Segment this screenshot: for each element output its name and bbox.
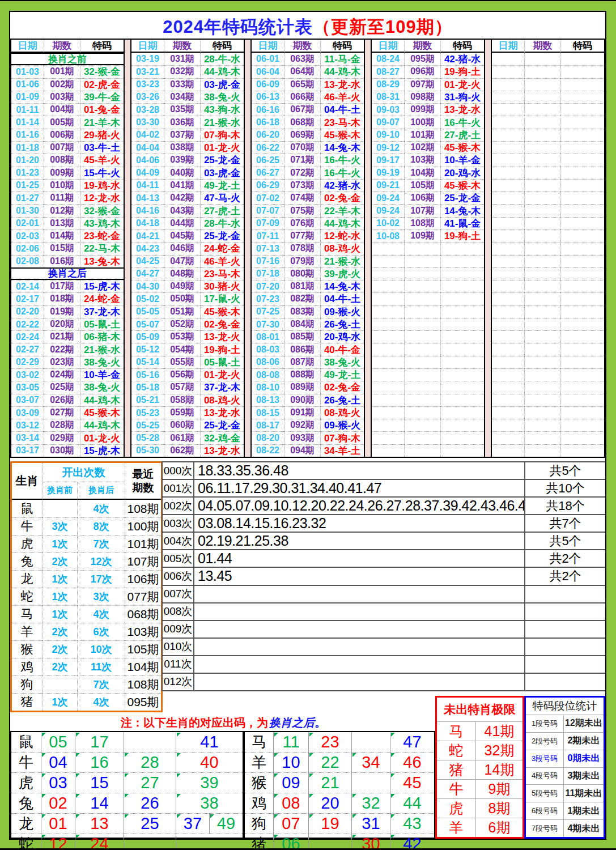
column-separator xyxy=(365,39,371,458)
draw-code: 25-龙-金 xyxy=(200,419,244,431)
draw-period: 005期 xyxy=(44,116,80,128)
note-prefix: 注：以下生肖的对应出码，为 xyxy=(121,715,268,730)
zodiac-number-cell: 02 xyxy=(41,793,75,813)
draw-code xyxy=(560,103,604,116)
draw-code: 38-兔-火 xyxy=(80,356,124,368)
draw-period xyxy=(524,192,560,204)
draw-date: 07-11 xyxy=(252,230,284,242)
draw-period: 063期 xyxy=(284,53,320,65)
draw-period: 095期 xyxy=(404,53,440,65)
draw-date: 08-27 xyxy=(372,65,404,78)
zodiac-number-cell: 42 xyxy=(390,834,434,850)
zodiac-number-cell: 26 xyxy=(124,793,176,813)
stats-count-before: 2次 xyxy=(42,623,77,640)
draw-period: 062期 xyxy=(164,444,200,457)
draw-period: 109期 xyxy=(404,230,440,242)
draw-period: 010期 xyxy=(44,179,80,192)
draw-period: 092期 xyxy=(284,419,320,431)
draw-date xyxy=(492,381,524,393)
zodiac-number-cell: 01 xyxy=(41,813,75,834)
draw-code: 11-马-金 xyxy=(320,53,364,65)
freq-label: 008次 xyxy=(162,604,194,621)
freq-numbers: 06.11.17.29.30.31.34.40.41.47 xyxy=(194,480,524,498)
stats-zodiac: 鸡 xyxy=(12,658,42,675)
draw-date: 08-06 xyxy=(252,356,284,368)
column-separator xyxy=(125,39,130,458)
draw-date: 08-22 xyxy=(252,444,284,457)
draw-code: 22-马-木 xyxy=(80,242,124,254)
draw-code: 04-牛-土 xyxy=(320,292,364,305)
draw-date: 03-17 xyxy=(11,444,44,457)
draw-code: 28-牛-水 xyxy=(200,217,244,230)
segment-label: 3段号码 xyxy=(526,750,563,767)
draw-date: 07-23 xyxy=(252,292,284,305)
draw-code: 21-猴-水 xyxy=(80,343,124,355)
draw-date: 10-08 xyxy=(372,230,404,242)
zodiac-row-label: 牛 xyxy=(11,752,41,772)
draw-period: 042期 xyxy=(164,192,200,204)
zodiac-number-cell: 08 xyxy=(273,793,308,813)
draw-date xyxy=(372,419,404,431)
draw-results-table: 日期期数特码换肖之前01-03001期32-猴-金01-06002期02-虎-金… xyxy=(10,39,605,458)
draw-date xyxy=(372,368,404,381)
draw-code xyxy=(560,167,604,179)
draw-date: 08-31 xyxy=(372,91,404,103)
draw-code: 44-鸡-木 xyxy=(320,65,364,78)
code-header: 特码 xyxy=(80,40,124,53)
zodiac-number-cell: 16 xyxy=(75,752,124,772)
draw-code xyxy=(440,381,484,393)
zodiac-number-cell: 28 xyxy=(124,752,176,772)
freq-total: 共18个 xyxy=(524,498,605,515)
draw-period xyxy=(404,292,440,305)
draw-date xyxy=(492,154,524,166)
freq-total xyxy=(524,656,605,674)
missing-zodiac-periods: 8期 xyxy=(475,798,522,818)
draw-period: 020期 xyxy=(44,318,80,330)
draw-period: 064期 xyxy=(284,65,320,78)
draw-code: 15-虎-木 xyxy=(80,444,124,457)
draw-period: 088期 xyxy=(284,368,320,381)
stats-count-after: 12次 xyxy=(77,552,125,570)
segment-label: 7段号码 xyxy=(526,819,563,837)
stats-recent-period: 108期 xyxy=(125,500,161,517)
zodiac-number-cell: 40 xyxy=(176,752,243,772)
stats-count-before xyxy=(42,500,77,517)
draw-code: 08-鸡-火 xyxy=(320,242,364,254)
zodiac-number-cell: 41 xyxy=(176,732,243,752)
draw-period xyxy=(404,343,440,355)
draw-date: 03-23 xyxy=(131,78,164,91)
draw-period xyxy=(524,116,560,128)
draw-period: 045期 xyxy=(164,230,200,242)
freq-label: 002次 xyxy=(162,498,194,515)
draw-date: 07-30 xyxy=(252,318,284,330)
draw-period xyxy=(524,343,560,355)
note-suffix: 。 xyxy=(315,715,326,730)
draw-period xyxy=(524,431,560,444)
zodiac-number-cell: 07 xyxy=(273,813,308,834)
draw-code: 25-龙-金 xyxy=(200,154,244,166)
draw-code: 21-羊-木 xyxy=(80,116,124,128)
draw-date: 06-16 xyxy=(252,103,284,116)
stats-count-before: 1次 xyxy=(42,535,77,552)
draw-period: 087期 xyxy=(284,356,320,368)
segment-label: 1段号码 xyxy=(526,715,563,732)
draw-period: 028期 xyxy=(44,419,80,431)
zodiac-row-label: 兔 xyxy=(11,793,41,813)
draw-code: 13-龙-水 xyxy=(200,406,244,419)
draw-period: 048期 xyxy=(164,267,200,280)
draw-date xyxy=(372,305,404,318)
draw-code: 06-猪-木 xyxy=(80,330,124,343)
draw-period xyxy=(524,217,560,230)
code-header: 特码 xyxy=(200,40,244,53)
segment-label: 6段号码 xyxy=(526,802,563,819)
draw-date xyxy=(492,318,524,330)
draw-date xyxy=(492,368,524,381)
draw-date: 07-07 xyxy=(252,204,284,216)
draw-code xyxy=(560,419,604,431)
draw-period xyxy=(524,406,560,419)
zodiac-number-cell: 49 xyxy=(209,813,243,834)
draw-period: 003期 xyxy=(44,91,80,103)
segment-label: 4段号码 xyxy=(526,767,563,785)
zodiac-row-label: 鸡 xyxy=(245,793,273,813)
draw-date: 01-11 xyxy=(11,103,44,116)
